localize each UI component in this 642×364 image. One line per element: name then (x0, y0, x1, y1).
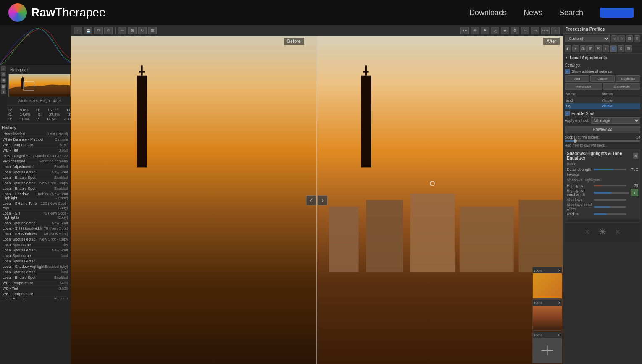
tb-eye-btn[interactable]: 👁 (471, 27, 479, 34)
cta-button[interactable] (600, 8, 634, 18)
la-add-btn[interactable]: Add (565, 75, 589, 82)
history-item[interactable]: White Balance - Method Camera (2, 137, 69, 142)
left-arrow-btn[interactable]: ‹ (306, 195, 316, 205)
side-tool-1[interactable]: ⌂ (1, 66, 6, 71)
thumb-close-icon[interactable]: ✕ (558, 269, 561, 272)
history-item[interactable]: Local Spot selected New Spot (2, 248, 69, 253)
history-item[interactable]: Local Spot selected New Spot - Copy (2, 237, 69, 242)
thumb-close-icon-2[interactable]: ✕ (558, 301, 561, 305)
side-tool-5[interactable]: ✦ (1, 89, 6, 94)
la-delete-btn[interactable]: Delete (590, 75, 615, 82)
tool-icon-meta[interactable]: i (603, 45, 609, 52)
side-tool-3[interactable]: ⊞ (1, 78, 6, 83)
sh-highlights-tonal-arrow[interactable]: › (631, 189, 638, 196)
sh-shadows-slider[interactable] (594, 199, 626, 201)
history-item[interactable]: Local - Enable Spot Enabled (2, 186, 69, 191)
enable-spot-checkbox[interactable]: ✓ (565, 111, 570, 116)
sh-highlights-tonal-slider[interactable] (594, 192, 629, 194)
history-item[interactable]: Local - SH Highlights 75 (New Spot - Cop… (2, 211, 69, 220)
split-handle[interactable]: ‹ › (306, 195, 327, 205)
la-showhide-btn[interactable]: Show/Hide (603, 83, 640, 90)
history-item[interactable]: Local Spot selected New Spot (2, 170, 69, 175)
tool-icon-transform[interactable]: ⊞ (587, 45, 594, 52)
history-item[interactable]: Local Spot selected New Spot (2, 220, 69, 226)
history-item[interactable]: WB - Tint 0.850 (2, 148, 69, 153)
history-item[interactable]: Local Spot selected (2, 259, 69, 264)
tb-redo2-btn[interactable]: ↪↪ (541, 27, 550, 34)
tb-star-btn[interactable]: ★ (501, 27, 509, 34)
tb-triangle-btn[interactable]: △ (491, 27, 499, 34)
pp-btn-1[interactable]: ◁ (611, 35, 618, 42)
side-tool-4[interactable]: ▦ (1, 84, 6, 89)
tb-grid-btn[interactable]: ⊞ (148, 27, 157, 34)
history-item[interactable]: Local - Shadow Highlight Enabled (sky) (2, 264, 69, 270)
pp-btn-4[interactable]: ✕ (634, 35, 640, 42)
sh-close-btn[interactable]: ✕ (633, 153, 638, 159)
tool-icon-raw[interactable]: R (595, 45, 602, 52)
tool-icon-x[interactable]: ✕ (618, 45, 624, 52)
tool-icon-exposure[interactable]: ☀ (572, 45, 579, 52)
pp-btn-3[interactable]: ⊞ (626, 35, 633, 42)
sh-radius-slider[interactable] (594, 213, 626, 215)
apply-method-select[interactable]: full image (591, 117, 640, 124)
right-arrow-btn[interactable]: › (318, 195, 328, 205)
la-duplicate-btn[interactable]: Duplicate (616, 75, 640, 82)
scope-slider[interactable] (565, 140, 640, 142)
tb-redo-btn[interactable]: ↪ (531, 27, 539, 34)
tb-rotate-btn[interactable]: ↻ (138, 27, 147, 34)
history-item[interactable]: Local - SH Shadows 40 (New Spot) (2, 231, 69, 237)
history-item[interactable]: WB - Tint 0.830 (2, 286, 69, 291)
tb-flag-btn[interactable]: ⚑ (481, 27, 489, 34)
nav-news[interactable]: News (524, 8, 542, 17)
preview-btn[interactable]: Preview 22 (565, 126, 640, 133)
tool-icon-grid[interactable]: ⊞ (625, 45, 632, 52)
history-item[interactable]: WB - Temperature 5187 (2, 142, 69, 148)
scope-slider-thumb[interactable] (574, 139, 577, 143)
tool-icon-local[interactable]: L (610, 45, 617, 52)
tb-undo-btn[interactable]: ↩ (521, 27, 529, 34)
tb-save-btn[interactable]: 💾 (84, 27, 92, 34)
history-item[interactable]: Local Spot selected land (2, 270, 69, 275)
history-item[interactable]: PP3 changed From colorimetry (2, 159, 69, 164)
tb-circles-btn[interactable]: ●● (460, 27, 469, 34)
history-item[interactable]: Local - Enable Spot Enabled (2, 175, 69, 181)
nav-downloads[interactable]: Downloads (469, 8, 507, 17)
show-additional-checkbox[interactable]: ✓ (565, 69, 570, 74)
history-item[interactable]: Local - Enable Spot Enabled (2, 275, 69, 280)
history-item[interactable]: Local Spot name sky (2, 242, 69, 248)
sh-highlights-slider[interactable] (594, 185, 626, 186)
history-item[interactable]: Local Contrast Enabled (2, 297, 69, 299)
sh-detail-slider[interactable] (594, 169, 626, 170)
tool-icon-color[interactable]: ◐ (565, 45, 571, 52)
tb-paste-btn[interactable]: ⧈ (104, 27, 113, 34)
history-item[interactable]: Local - Shadow Highlight Enabled (New Sp… (2, 191, 69, 201)
tb-settings-btn[interactable]: ≡ (551, 27, 560, 34)
history-item[interactable]: PP3 changed Auto-Matched Curve - 22 (2, 153, 69, 159)
spot-row-sky[interactable]: sky Visible (565, 103, 640, 109)
profile-select[interactable]: (Custom) (565, 35, 610, 42)
history-item[interactable]: Local Spot name land (2, 253, 69, 259)
la-reverse-btn[interactable]: Reversion (565, 83, 602, 90)
history-item[interactable]: Local - SH H tonalwidth 70 (New Spot) (2, 226, 69, 231)
nav-search[interactable]: Search (559, 8, 583, 17)
app-area: ⌂ ◎ ⊞ ▦ ✦ Navigator (0, 25, 642, 364)
tb-crop-btn[interactable]: ⊠ (128, 27, 137, 34)
spot-row-land[interactable]: land Visible (565, 97, 640, 104)
tb-gear-btn[interactable]: ⚙ (511, 27, 519, 34)
history-item[interactable]: Photo loaded (Last Saved) (2, 131, 69, 137)
tb-copy-btn[interactable]: ⧉ (94, 27, 103, 34)
history-item[interactable]: WB - Temperature (2, 291, 69, 297)
history-item[interactable]: Local Spot selected New Spot - Copy (2, 181, 69, 186)
history-item[interactable]: WB - Temperature 5400 (2, 280, 69, 286)
la-expand-icon[interactable]: ▼ (565, 56, 568, 60)
tb-pencil-btn[interactable]: ✏ (118, 27, 126, 34)
tool-icon-detail[interactable]: ◎ (580, 45, 587, 52)
thumb-close-icon-3[interactable]: ✕ (558, 333, 561, 337)
tb-arrow-btn[interactable]: ← (74, 27, 82, 34)
history-item[interactable]: Local Adjustments Enabled (2, 164, 69, 170)
sh-shadows-tonal-slider[interactable] (594, 206, 626, 208)
pp-btn-2[interactable]: ▷ (618, 35, 625, 42)
side-tool-2[interactable]: ◎ (1, 72, 6, 77)
sh-basic-label: Basic (567, 162, 638, 166)
history-item[interactable]: Local - SH and Tone Equ... 100 (New Spot… (2, 201, 69, 211)
